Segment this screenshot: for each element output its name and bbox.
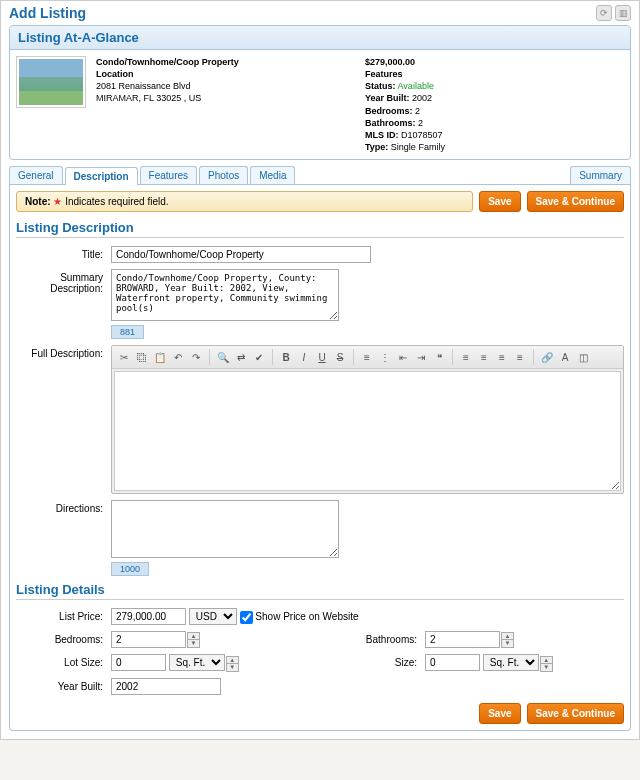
italic-icon[interactable]: I xyxy=(296,349,312,365)
bold-icon[interactable]: B xyxy=(278,349,294,365)
glance-bedrooms-value: 2 xyxy=(415,106,420,116)
lot-size-label: Lot Size: xyxy=(16,654,111,668)
rss-icon[interactable]: ▥ xyxy=(615,5,631,21)
undo-icon[interactable]: ↶ xyxy=(170,349,186,365)
glance-location-label: Location xyxy=(96,68,355,80)
cut-icon[interactable]: ✂ xyxy=(116,349,132,365)
tab-general[interactable]: General xyxy=(9,166,63,184)
size-unit-select[interactable]: Sq. Ft. xyxy=(483,654,539,671)
tab-photos[interactable]: Photos xyxy=(199,166,248,184)
glance-bathrooms-label: Bathrooms: xyxy=(365,118,416,128)
year-built-input[interactable] xyxy=(111,678,221,695)
bathrooms-input[interactable] xyxy=(425,631,500,648)
link-icon[interactable]: 🔗 xyxy=(539,349,555,365)
outdent-icon[interactable]: ⇤ xyxy=(395,349,411,365)
directions-counter: 1000 xyxy=(111,562,149,576)
summary-textarea[interactable]: Condo/Townhome/Coop Property, County: BR… xyxy=(111,269,339,321)
save-continue-button-top[interactable]: Save & Continue xyxy=(527,191,624,212)
list-price-input[interactable] xyxy=(111,608,186,625)
save-continue-button-bottom[interactable]: Save & Continue xyxy=(527,703,624,724)
glance-yearbuilt-value: 2002 xyxy=(412,93,432,103)
lot-size-input[interactable] xyxy=(111,654,166,671)
glance-header: Listing At-A-Glance xyxy=(10,26,630,50)
numbered-list-icon[interactable]: ≡ xyxy=(359,349,375,365)
listing-description-header: Listing Description xyxy=(16,220,624,238)
align-left-icon[interactable]: ≡ xyxy=(458,349,474,365)
title-input[interactable] xyxy=(111,246,371,263)
glance-yearbuilt-label: Year Built: xyxy=(365,93,410,103)
lot-size-unit-select[interactable]: Sq. Ft. xyxy=(169,654,225,671)
size-input[interactable] xyxy=(425,654,480,671)
listing-thumbnail xyxy=(16,56,86,108)
replace-icon[interactable]: ⇄ xyxy=(233,349,249,365)
listing-details-header: Listing Details xyxy=(16,582,624,600)
save-button-bottom[interactable]: Save xyxy=(479,703,520,724)
glance-property-title: Condo/Townhome/Coop Property xyxy=(96,56,355,68)
glance-type-value: Single Family xyxy=(391,142,445,152)
glance-address1: 2081 Renaissance Blvd xyxy=(96,80,355,92)
glance-panel: Listing At-A-Glance Condo/Townhome/Coop … xyxy=(9,25,631,160)
refresh-icon[interactable]: ⟳ xyxy=(596,5,612,21)
glance-bathrooms-value: 2 xyxy=(418,118,423,128)
glance-type-label: Type: xyxy=(365,142,388,152)
summary-counter: 881 xyxy=(111,325,144,339)
note-bar: Note: ★ Indicates required field. xyxy=(16,191,473,212)
quote-icon[interactable]: ❝ xyxy=(431,349,447,365)
spellcheck-icon[interactable]: ✔ xyxy=(251,349,267,365)
text-color-icon[interactable]: A xyxy=(557,349,573,365)
indent-icon[interactable]: ⇥ xyxy=(413,349,429,365)
underline-icon[interactable]: U xyxy=(314,349,330,365)
summary-label: Summary Description: xyxy=(16,269,111,294)
find-icon[interactable]: 🔍 xyxy=(215,349,231,365)
copy-icon[interactable]: ⿻ xyxy=(134,349,150,365)
glance-features-label: Features xyxy=(365,68,624,80)
rte-content[interactable] xyxy=(114,371,621,491)
glance-mls-value: D1078507 xyxy=(401,130,443,140)
source-icon[interactable]: ◫ xyxy=(575,349,591,365)
redo-icon[interactable]: ↷ xyxy=(188,349,204,365)
glance-bedrooms-label: Bedrooms: xyxy=(365,106,413,116)
list-price-label: List Price: xyxy=(16,608,111,622)
size-stepper[interactable]: ▲▼ xyxy=(540,656,553,672)
align-justify-icon[interactable]: ≡ xyxy=(512,349,528,365)
save-button-top[interactable]: Save xyxy=(479,191,520,212)
rich-text-editor: ✂ ⿻ 📋 ↶ ↷ 🔍 ⇄ ✔ B I U S xyxy=(111,345,624,494)
glance-price: $279,000.00 xyxy=(365,56,624,68)
full-description-label: Full Description: xyxy=(16,345,111,359)
align-center-icon[interactable]: ≡ xyxy=(476,349,492,365)
directions-textarea[interactable] xyxy=(111,500,339,558)
bedrooms-label: Bedrooms: xyxy=(16,631,111,645)
note-text: Indicates required field. xyxy=(65,196,168,207)
show-price-checkbox[interactable] xyxy=(240,611,253,624)
paste-icon[interactable]: 📋 xyxy=(152,349,168,365)
year-built-label: Year Built: xyxy=(16,678,111,692)
lot-size-stepper[interactable]: ▲▼ xyxy=(226,656,239,672)
bathrooms-stepper[interactable]: ▲▼ xyxy=(501,632,514,648)
bullet-list-icon[interactable]: ⋮ xyxy=(377,349,393,365)
glance-address2: MIRAMAR, FL 33025 , US xyxy=(96,92,355,104)
title-label: Title: xyxy=(16,246,111,260)
tab-summary[interactable]: Summary xyxy=(570,166,631,184)
glance-status-value: Available xyxy=(398,81,434,91)
note-prefix: Note: xyxy=(25,196,51,207)
align-right-icon[interactable]: ≡ xyxy=(494,349,510,365)
tab-features[interactable]: Features xyxy=(140,166,197,184)
strike-icon[interactable]: S xyxy=(332,349,348,365)
show-price-label: Show Price on Website xyxy=(255,611,358,622)
directions-label: Directions: xyxy=(16,500,111,514)
page-title: Add Listing xyxy=(9,5,86,21)
glance-mls-label: MLS ID: xyxy=(365,130,399,140)
required-star-icon: ★ xyxy=(53,196,62,207)
bedrooms-input[interactable] xyxy=(111,631,186,648)
currency-select[interactable]: USD xyxy=(189,608,237,625)
bedrooms-stepper[interactable]: ▲▼ xyxy=(187,632,200,648)
tab-media[interactable]: Media xyxy=(250,166,295,184)
rte-toolbar: ✂ ⿻ 📋 ↶ ↷ 🔍 ⇄ ✔ B I U S xyxy=(112,346,623,369)
size-label: Size: xyxy=(330,654,425,668)
tab-description[interactable]: Description xyxy=(65,167,138,185)
glance-status-label: Status: xyxy=(365,81,396,91)
bathrooms-label: Bathrooms: xyxy=(330,631,425,645)
